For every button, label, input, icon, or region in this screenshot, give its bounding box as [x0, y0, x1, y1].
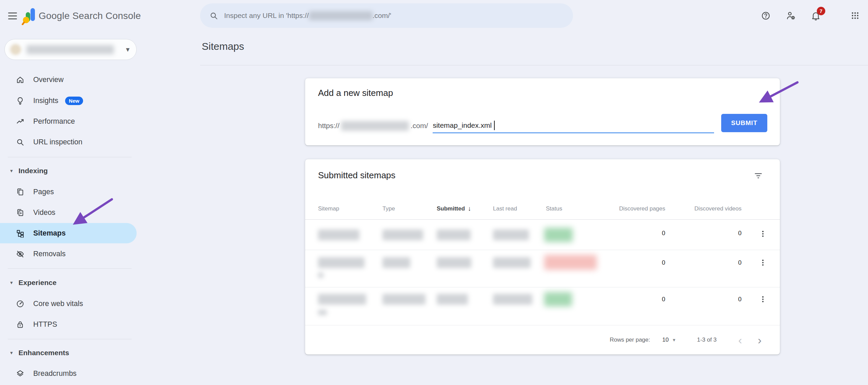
submitted-sitemaps-card: Submitted sitemaps Sitemap Type Submitte… [305, 159, 780, 354]
discovered-videos-value: 0 [738, 296, 742, 303]
sidebar-divider [8, 339, 132, 339]
sidebar-section-experience[interactable]: ▾ Experience [0, 275, 137, 291]
sidebar-divider [8, 268, 132, 269]
redacted-submitted-date [437, 294, 468, 305]
previous-page-button[interactable]: ‹ [736, 334, 744, 346]
discovered-pages-value: 0 [662, 296, 665, 303]
video-pages-icon [16, 208, 24, 217]
help-icon [761, 11, 770, 20]
column-header-last-read[interactable]: Last read [493, 198, 517, 219]
url-inspection-searchbox[interactable]: Inspect any URL in 'https:// .com/' [200, 3, 573, 28]
redacted-sitemap-name [318, 294, 366, 305]
sidebar-item-url-inspection[interactable]: URL inspection [0, 132, 137, 152]
google-apps-button[interactable] [847, 7, 863, 24]
rows-per-page-value[interactable]: 10 [662, 337, 669, 343]
kebab-menu-icon [759, 259, 767, 267]
apps-grid-icon [851, 11, 860, 20]
sidebar-item-core-web-vitals[interactable]: Core web vitals [0, 293, 137, 314]
section-caret-icon: ▾ [10, 168, 13, 174]
table-header-row: Sitemap Type Submitted ↓ Last read Statu… [305, 198, 780, 220]
notification-count-badge: 7 [817, 7, 825, 15]
user-gear-icon [786, 11, 796, 21]
sidebar-item-insights[interactable]: Insights New [0, 90, 137, 111]
sidebar-item-breadcrumbs[interactable]: Breadcrumbs [0, 363, 137, 384]
sitemap-input[interactable] [433, 121, 714, 129]
sort-descending-icon: ↓ [468, 205, 471, 212]
text-cursor [494, 121, 495, 130]
notifications-button[interactable]: 7 [808, 7, 824, 24]
help-button[interactable] [757, 7, 774, 24]
sidebar-item-pages[interactable]: Pages [0, 182, 137, 202]
section-caret-icon: ▾ [10, 280, 13, 286]
column-header-status[interactable]: Status [546, 198, 562, 219]
status-success-badge [544, 228, 573, 242]
url-prefix: https:// [318, 122, 339, 130]
sidebar-item-overview[interactable]: Overview [0, 69, 137, 90]
redacted-type [382, 257, 410, 268]
visibility-off-icon [16, 250, 24, 258]
sidebar-item-removals[interactable]: Removals [0, 244, 137, 264]
table-pagination: Rows per page: 10 ▾ 1-3 of 3 ‹ › [305, 325, 780, 354]
sidebar-divider [8, 157, 132, 157]
column-header-discovered-pages[interactable]: Discovered pages [619, 198, 665, 219]
column-header-type[interactable]: Type [382, 198, 395, 219]
app-title: Google Search Console [39, 11, 141, 21]
chevron-down-icon: ▾ [126, 45, 130, 54]
column-header-submitted[interactable]: Submitted ↓ [437, 198, 471, 219]
header-divider [200, 65, 868, 65]
status-success-badge [544, 292, 572, 306]
discovered-videos-value: 0 [738, 259, 742, 266]
table-row[interactable]: 0 0 [305, 287, 780, 325]
row-menu-button[interactable] [755, 292, 770, 307]
topbar-actions: 7 [757, 3, 863, 28]
redacted-submitted-date [437, 257, 471, 268]
redacted-last-read-date [493, 257, 531, 268]
redacted-sitemap-name [318, 229, 359, 240]
page-title: Sitemaps [202, 41, 244, 52]
property-selector[interactable]: ▾ [4, 39, 137, 60]
redacted-last-read-date [493, 229, 529, 240]
redacted-type [382, 229, 423, 240]
redacted-property-name [26, 45, 114, 54]
main-menu-button[interactable] [8, 11, 22, 21]
row-menu-button[interactable] [755, 255, 770, 270]
rows-per-page-caret-icon[interactable]: ▾ [673, 337, 675, 343]
sidebar-section-indexing[interactable]: ▾ Indexing [0, 163, 137, 179]
next-page-button[interactable]: › [756, 334, 764, 346]
kebab-menu-icon [759, 295, 767, 303]
redacted-last-read-date [493, 294, 532, 305]
add-sitemap-title: Add a new sitemap [318, 88, 393, 98]
redacted-domain [309, 11, 373, 20]
table-row[interactable]: 0 0 [305, 220, 780, 250]
sitemap-tree-icon [16, 229, 24, 238]
filter-list-icon [754, 171, 763, 180]
section-caret-icon: ▾ [10, 350, 13, 356]
sidebar-item-sitemaps[interactable]: Sitemaps [0, 223, 137, 243]
submit-button[interactable]: SUBMIT [721, 114, 767, 132]
property-avatar [10, 44, 21, 55]
pagination-range: 1-3 of 3 [697, 337, 717, 343]
user-settings-button[interactable] [783, 7, 799, 24]
url-suffix: .com/ [411, 122, 428, 130]
sidebar-item-performance[interactable]: Performance [0, 111, 137, 131]
redacted-sitemap-name [318, 257, 364, 268]
hamburger-icon [8, 12, 17, 20]
filter-button[interactable] [751, 169, 765, 182]
column-header-discovered-videos[interactable]: Discovered videos [694, 198, 742, 219]
sitemap-input-wrap [433, 118, 714, 133]
discovered-pages-value: 0 [662, 259, 665, 266]
sidebar-section-enhancements[interactable]: ▾ Enhancements [0, 345, 137, 361]
column-header-sitemap[interactable]: Sitemap [318, 198, 339, 219]
kebab-menu-icon [759, 230, 767, 238]
row-menu-button[interactable] [755, 226, 770, 241]
sidebar-item-videos[interactable]: Videos [0, 202, 137, 223]
search-icon [210, 12, 218, 20]
pages-copy-icon [16, 188, 24, 196]
table-row[interactable]: 0 0 [305, 250, 780, 287]
search-icon [16, 138, 24, 146]
redacted-sitemap-name-line2 [318, 272, 323, 278]
sidebar-item-https[interactable]: HTTPS [0, 314, 137, 335]
redacted-submitted-date [437, 229, 471, 240]
search-console-logo-icon [22, 7, 37, 25]
search-console-logo [22, 7, 37, 25]
